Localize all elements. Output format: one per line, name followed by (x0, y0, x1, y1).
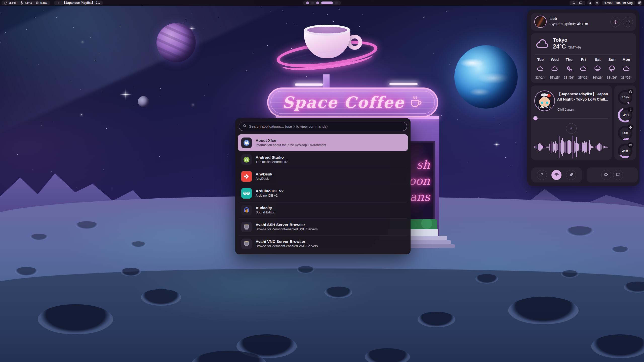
weather-timezone: (GMT+9) (568, 46, 581, 49)
window-neon-text: oon (409, 175, 430, 187)
app-title: Android Studio (256, 155, 290, 160)
workspace-indicator[interactable] (303, 1, 341, 5)
track-title: 【Japanese Playlist】 Japan All Night - To… (557, 92, 608, 102)
crater (297, 266, 314, 274)
stat-thermometer[interactable]: 54°C (20, 1, 32, 5)
search-bar[interactable] (239, 122, 407, 131)
xfce-app-icon (241, 138, 252, 148)
stat-gauge[interactable]: 3.1% (4, 1, 16, 5)
app-row[interactable]: AnyDesk AnyDesk (238, 168, 408, 185)
seek-knob[interactable] (533, 116, 538, 120)
overview-icon[interactable] (637, 0, 642, 6)
window-neon-text: ans (410, 191, 430, 203)
audacity-app-icon (241, 205, 252, 215)
anydesk-app-icon (241, 171, 252, 182)
space-coffee-sign: Space Coffee (267, 87, 438, 117)
settings-button[interactable] (610, 17, 620, 27)
forecast-day-sat: Sat 36°/26° (590, 57, 605, 81)
cup-rim-inner (307, 27, 347, 33)
app-title: Avahi SSH Server Browser (256, 222, 317, 227)
wallpaper-changer-icon[interactable] (579, 1, 583, 5)
app-description: AnyDesk (256, 177, 272, 181)
performance-mode-button[interactable] (537, 170, 547, 180)
crater (475, 274, 498, 284)
gauge-chip: 14% (618, 126, 632, 140)
crater (131, 241, 146, 247)
video-icon (604, 172, 609, 178)
play-pause-button[interactable] (566, 123, 577, 134)
cloud-icon (551, 65, 558, 73)
crater (121, 268, 141, 276)
seek-track[interactable] (534, 118, 608, 119)
bright-star (125, 94, 126, 95)
cloud-icon (580, 65, 587, 73)
track-artist: Chill Japan. (557, 108, 575, 111)
workspace-dot-4[interactable] (321, 2, 333, 4)
workspace-dot-3[interactable] (316, 2, 319, 4)
power-button[interactable] (623, 17, 633, 27)
capture-card (587, 167, 638, 183)
sign-text: Space Coffee (282, 93, 405, 112)
uptime-label: System Uptime: 4h11m (550, 22, 588, 26)
app-row[interactable]: Android Studio The official Android IDE (238, 151, 408, 168)
forecast-day-thu: Thu 33°/26° (562, 57, 576, 81)
stat-chip[interactable]: 6.8G (35, 1, 47, 5)
avatar[interactable] (534, 16, 547, 28)
notifications-icon[interactable] (587, 0, 592, 6)
crater (325, 287, 352, 298)
app-launcher: About Xfce Information about the Xfce De… (235, 118, 411, 254)
app-title: Avahi VNC Server Browser (256, 239, 318, 244)
app-title: Arduino IDE v2 (256, 189, 284, 193)
workspace-dot-1[interactable] (306, 2, 309, 4)
crater (508, 297, 579, 324)
crater (418, 312, 455, 327)
app-list: About Xfce Information about the Xfce De… (238, 134, 408, 252)
workspace-dot-5[interactable] (335, 2, 338, 4)
app-row[interactable]: Avahi VNC Server Browser Browse for Zero… (238, 235, 408, 252)
user-card: seb System Uptime: 4h11m (531, 13, 636, 31)
system-tray (570, 1, 585, 5)
workspace-dot-2[interactable] (311, 2, 314, 4)
earth-planet (454, 45, 518, 109)
system-gauges-card: 3.1% 54°C 14% 24% (614, 85, 636, 160)
username: seb (550, 16, 557, 21)
scales-icon (554, 172, 559, 178)
weather-city: Tokyo (553, 37, 567, 43)
bright-star (496, 144, 497, 145)
media-player-card: TOKYO L 【Japanese Playlist】 Japan All Ni… (531, 85, 612, 160)
powersave-mode-button[interactable] (566, 170, 576, 180)
app-description: Arduino IDE v2 (256, 194, 284, 198)
leaf-icon (569, 172, 574, 178)
crater (15, 267, 38, 276)
app-row[interactable]: About Xfce Information about the Xfce De… (238, 134, 408, 151)
network-icon[interactable] (572, 1, 576, 5)
weather-card: Tokyo 24°C(GMT+9) Tue 33°/24°Wed 35°/25°… (531, 33, 636, 83)
crater (566, 226, 594, 236)
crater (611, 246, 629, 253)
screenshot-icon (616, 172, 621, 178)
gauge-icon (540, 173, 544, 177)
audio-visualizer (534, 135, 608, 159)
album-art[interactable]: TOKYO L (534, 90, 555, 111)
screenshot-button[interactable] (613, 170, 623, 180)
window-neon-text: sh (417, 159, 430, 170)
app-description: Browse for Zeroconf-enabled SSH Servers (256, 227, 317, 232)
crater (561, 270, 579, 278)
volume-icon[interactable] (594, 0, 600, 6)
balanced-mode-button[interactable] (551, 170, 561, 180)
gauge-disk: 24% (618, 144, 632, 158)
crater (38, 304, 113, 334)
screen-record-button[interactable] (601, 170, 611, 180)
app-row[interactable]: Audacity Sound Editor (238, 202, 408, 218)
crater (30, 234, 48, 240)
app-row[interactable]: Arduino IDE v2 Arduino IDE v2 (238, 185, 408, 202)
divider (535, 54, 632, 55)
taskbar-window[interactable]: 【Japanese Playlist】 J... (54, 1, 103, 5)
thermometer-icon (20, 1, 24, 5)
clock[interactable]: 17:09 - Tue, 19 Aug (602, 1, 635, 5)
app-row[interactable]: Avahi SSH Server Browser Browse for Zero… (238, 218, 408, 235)
weather-icon (535, 38, 550, 50)
purple-planet (156, 23, 196, 62)
search-input[interactable] (249, 124, 403, 128)
bright-star (191, 28, 192, 29)
